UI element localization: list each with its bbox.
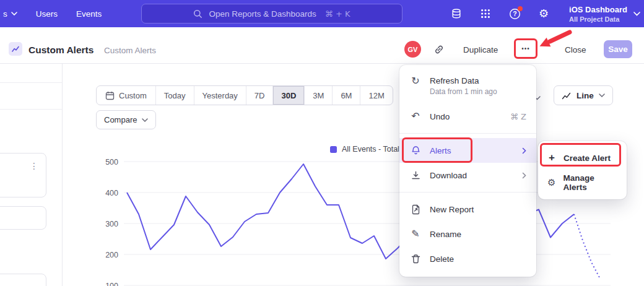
plus-icon: +	[547, 152, 557, 164]
submenu-item-manage-alerts[interactable]: ⚙ Manage Alerts	[538, 170, 627, 195]
duplicate-button[interactable]: Duplicate	[463, 45, 498, 54]
project-name: iOS Dashboard	[569, 5, 627, 14]
sidebar-card[interactable]	[0, 274, 46, 286]
chevron-right-icon	[522, 172, 526, 179]
sidebar-card[interactable]: ⋮	[0, 153, 46, 197]
menu-item-download[interactable]: Download	[399, 163, 536, 188]
menu-item-label: Delete	[430, 254, 454, 264]
menu-divider	[399, 133, 536, 134]
copy-link-icon[interactable]	[433, 44, 445, 58]
sidebar-divider	[0, 82, 62, 83]
menu-item-refresh-data[interactable]: ↻ Refresh Data Data from 1 min ago	[399, 71, 536, 104]
menu-item-undo[interactable]: ↶ Undo ⌘ Z	[399, 104, 536, 129]
save-button[interactable]: Save	[604, 40, 632, 58]
submenu-item-label: Manage Alerts	[563, 173, 618, 192]
pencil-icon: ✎	[409, 229, 422, 239]
top-navigation-bar: s Users Events Open Reports & Dashboards…	[0, 0, 644, 27]
menu-item-alerts[interactable]: Alerts	[399, 138, 536, 163]
chart-type-button[interactable]: Line	[554, 85, 613, 105]
menu-item-label: Download	[430, 171, 467, 180]
nav-item-boards-partial[interactable]: s	[3, 9, 17, 19]
range-3m[interactable]: 3M	[304, 86, 332, 105]
date-range-control: Custom Today Yesterday 7D 30D 3M 6M 12M	[96, 85, 393, 105]
data-management-icon[interactable]	[450, 7, 463, 20]
submenu-item-create-alert[interactable]: + Create Alert	[538, 145, 627, 170]
svg-text:400: 400	[105, 189, 118, 197]
calendar-icon	[105, 91, 115, 100]
global-search-input[interactable]: Open Reports & Dashboards ⌘ + K	[141, 4, 402, 24]
menu-item-label: Undo	[430, 112, 450, 121]
page-title: Custom Alerts	[28, 45, 94, 56]
chevron-down-icon	[142, 118, 148, 122]
download-icon	[409, 170, 422, 181]
project-scope: All Project Data	[569, 15, 627, 23]
menu-item-label: Refresh Data	[430, 76, 497, 85]
nav-item-users[interactable]: Users	[36, 9, 58, 19]
search-icon	[193, 9, 202, 19]
chevron-down-icon	[633, 12, 640, 16]
range-today[interactable]: Today	[155, 86, 194, 105]
chart-type-label: Line	[577, 91, 594, 100]
sidebar-divider	[0, 109, 62, 110]
range-label: Custom	[119, 91, 147, 100]
report-header: Custom Alerts Custom Alerts GV Duplicate…	[0, 27, 644, 64]
undo-icon: ↶	[409, 111, 422, 121]
topbar-right-cluster: ? ⚙ iOS Dashboard All Project Data	[450, 0, 640, 27]
menu-item-label: Alerts	[430, 146, 451, 155]
card-menu-icon[interactable]: ⋮	[30, 161, 38, 171]
more-actions-menu: ↻ Refresh Data Data from 1 min ago ↶ Und…	[399, 65, 536, 277]
svg-text:300: 300	[105, 220, 118, 228]
search-shortcut: ⌘ + K	[325, 9, 350, 19]
alerts-submenu: + Create Alert ⚙ Manage Alerts	[538, 141, 627, 199]
trash-icon	[409, 254, 422, 264]
compare-label: Compare	[104, 115, 137, 124]
range-6m[interactable]: 6M	[332, 86, 360, 105]
range-7d[interactable]: 7D	[246, 86, 273, 105]
breadcrumb[interactable]: Custom Alerts	[104, 46, 156, 55]
line-chart-icon	[562, 92, 572, 100]
chart-legend[interactable]: All Events - Total	[330, 145, 399, 154]
compare-button[interactable]: Compare	[96, 110, 156, 129]
nav-partial-label: s	[3, 9, 7, 19]
range-12m[interactable]: 12M	[360, 86, 392, 105]
menu-item-label: Rename	[430, 230, 461, 239]
chevron-down-icon	[599, 93, 605, 97]
board-sidebar: ⋮	[0, 63, 63, 286]
gear-icon: ⚙	[547, 177, 556, 188]
bell-icon	[409, 145, 422, 156]
board-icon	[9, 42, 22, 58]
range-30d[interactable]: 30D	[272, 86, 304, 105]
svg-text:500: 500	[105, 158, 118, 167]
menu-item-new-report[interactable]: New Report	[399, 197, 536, 222]
refresh-icon: ↻	[409, 76, 422, 86]
undo-shortcut: ⌘ Z	[510, 112, 526, 121]
sidebar-card[interactable]	[0, 206, 46, 230]
menu-item-sublabel: Data from 1 min ago	[430, 87, 497, 96]
chevron-down-icon	[11, 12, 17, 15]
range-custom[interactable]: Custom	[97, 86, 155, 105]
chevron-right-icon	[522, 147, 526, 154]
submenu-item-label: Create Alert	[564, 154, 611, 163]
apps-grid-icon[interactable]	[479, 7, 492, 20]
svg-text:?: ?	[513, 10, 516, 17]
svg-text:200: 200	[105, 251, 118, 259]
menu-item-delete[interactable]: Delete	[399, 246, 536, 271]
avatar[interactable]: GV	[404, 41, 421, 58]
range-yesterday[interactable]: Yesterday	[194, 86, 246, 105]
menu-divider	[399, 192, 536, 193]
legend-swatch	[330, 146, 337, 153]
settings-gear-icon[interactable]: ⚙	[537, 7, 550, 20]
legend-label: All Events - Total	[342, 145, 399, 154]
nav-item-events[interactable]: Events	[76, 9, 102, 19]
project-selector[interactable]: iOS Dashboard All Project Data	[569, 5, 640, 23]
help-icon[interactable]: ?	[508, 7, 521, 20]
search-placeholder: Open Reports & Dashboards	[209, 9, 316, 19]
menu-item-label: New Report	[430, 205, 474, 214]
new-report-icon	[409, 204, 422, 215]
menu-item-rename[interactable]: ✎ Rename	[399, 222, 536, 246]
svg-text:100: 100	[105, 282, 118, 286]
more-actions-button[interactable]: •••	[514, 38, 537, 59]
notification-dot	[518, 6, 523, 11]
close-button[interactable]: Close	[565, 45, 586, 54]
